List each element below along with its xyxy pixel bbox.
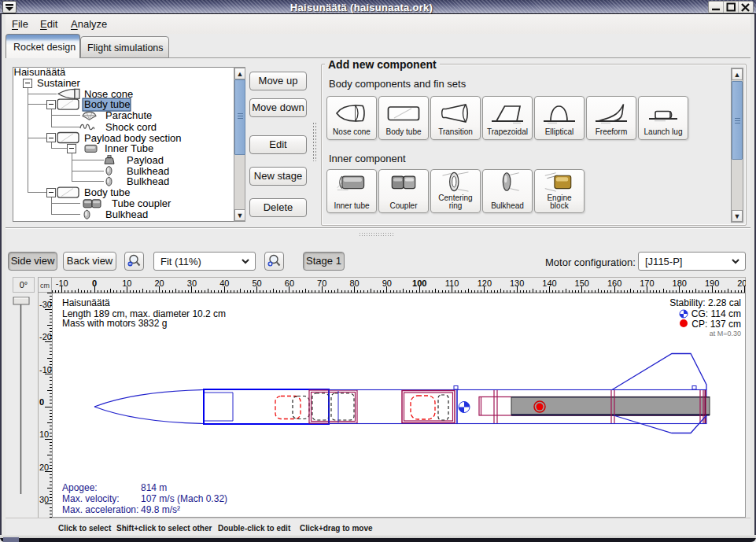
svg-text:107 m/s (Mach 0.32): 107 m/s (Mach 0.32): [141, 493, 227, 504]
svg-text:20: 20: [39, 463, 49, 472]
svg-text:49.8 m/s²: 49.8 m/s²: [141, 504, 180, 515]
svg-text:50: 50: [252, 278, 261, 288]
svg-text:20: 20: [155, 278, 164, 288]
svg-text:10: 10: [122, 278, 131, 288]
svg-text:130: 130: [510, 278, 524, 288]
svg-text:at M=0.30: at M=0.30: [710, 330, 741, 337]
svg-text:814 m: 814 m: [141, 482, 167, 493]
svg-text:90: 90: [382, 278, 392, 288]
svg-text:Body tube: Body tube: [84, 186, 131, 198]
svg-text:10: 10: [39, 430, 49, 439]
svg-text:Body tube: Body tube: [84, 98, 131, 110]
svg-text:180: 180: [673, 278, 687, 288]
svg-text:0: 0: [39, 397, 44, 407]
svg-text:Parachute: Parachute: [105, 109, 152, 121]
svg-text:-10: -10: [39, 365, 52, 374]
svg-text:Haisunäätä: Haisunäätä: [14, 68, 67, 78]
svg-text:120: 120: [478, 278, 492, 288]
svg-text:110: 110: [445, 278, 459, 288]
svg-text:160: 160: [607, 278, 621, 288]
svg-text:Haisunäätä: Haisunäätä: [62, 297, 110, 308]
svg-text:Shock cord: Shock cord: [105, 121, 157, 133]
svg-text:40: 40: [219, 278, 229, 288]
svg-text:30: 30: [39, 495, 49, 504]
svg-text:30: 30: [187, 278, 197, 288]
svg-text:Payload: Payload: [127, 154, 164, 166]
svg-text:Bulkhead: Bulkhead: [127, 175, 169, 187]
svg-text:Apogee:: Apogee:: [62, 482, 98, 493]
svg-text:80: 80: [349, 278, 359, 288]
svg-text:Sustainer: Sustainer: [37, 77, 81, 89]
svg-text:Tube coupler: Tube coupler: [112, 197, 171, 209]
svg-text:-10: -10: [56, 278, 68, 288]
svg-text:0: 0: [92, 278, 97, 288]
svg-text:200: 200: [737, 278, 746, 288]
svg-text:Max. acceleration:: Max. acceleration:: [62, 504, 138, 515]
svg-text:150: 150: [575, 278, 589, 288]
svg-text:Payload body section: Payload body section: [84, 132, 182, 144]
svg-text:100: 100: [412, 278, 426, 288]
svg-text:Inner Tube: Inner Tube: [105, 142, 153, 154]
svg-text:Mass with motors 3832 g: Mass with motors 3832 g: [62, 318, 167, 329]
svg-text:-30: -30: [39, 300, 52, 309]
svg-text:Stability: 2.28 cal: Stability: 2.28 cal: [669, 297, 741, 308]
svg-text:190: 190: [705, 278, 719, 288]
svg-text:60: 60: [285, 278, 294, 288]
svg-text:70: 70: [317, 278, 326, 288]
svg-text:140: 140: [542, 278, 556, 288]
svg-text:Max. velocity:: Max. velocity:: [62, 493, 120, 504]
svg-text:Bulkhead: Bulkhead: [105, 208, 148, 220]
svg-text:-20: -20: [39, 332, 52, 341]
svg-text:170: 170: [640, 278, 654, 288]
svg-text:CG: 114 cm: CG: 114 cm: [691, 308, 741, 319]
svg-text:CP: 137 cm: CP: 137 cm: [691, 319, 741, 330]
